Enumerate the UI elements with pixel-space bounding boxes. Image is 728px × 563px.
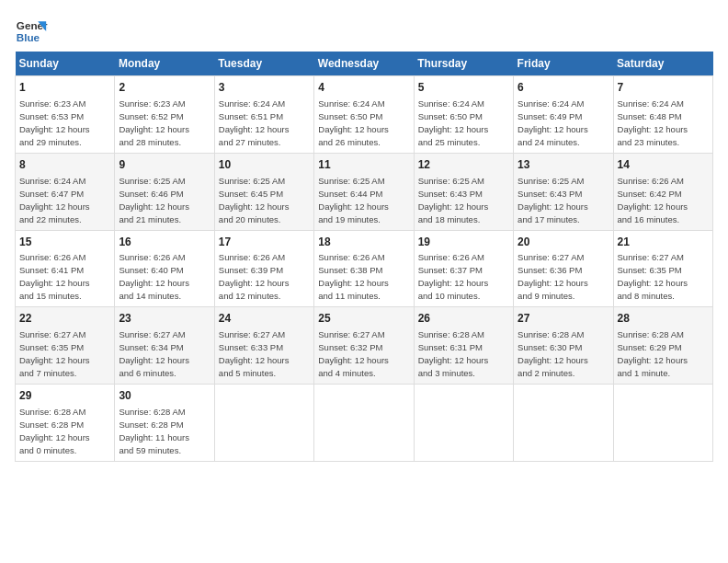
calendar-cell — [314, 385, 414, 462]
day-number: 22 — [19, 311, 110, 327]
calendar-cell: 26Sunrise: 6:28 AM Sunset: 6:31 PM Dayli… — [414, 307, 513, 385]
day-info: Sunrise: 6:28 AM Sunset: 6:28 PM Dayligh… — [19, 407, 90, 455]
day-info: Sunrise: 6:24 AM Sunset: 6:48 PM Dayligh… — [618, 98, 688, 147]
calendar-cell: 21Sunrise: 6:27 AM Sunset: 6:35 PM Dayli… — [613, 230, 712, 307]
day-number: 21 — [618, 235, 709, 250]
day-info: Sunrise: 6:26 AM Sunset: 6:37 PM Dayligh… — [418, 252, 489, 301]
calendar-cell: 8Sunrise: 6:24 AM Sunset: 6:47 PM Daylig… — [16, 153, 115, 230]
day-number: 12 — [418, 157, 509, 173]
calendar-cell: 16Sunrise: 6:26 AM Sunset: 6:40 PM Dayli… — [115, 230, 214, 307]
calendar-table: SundayMondayTuesdayWednesdayThursdayFrid… — [15, 52, 713, 462]
day-info: Sunrise: 6:28 AM Sunset: 6:28 PM Dayligh… — [119, 407, 189, 455]
calendar-cell — [514, 385, 613, 462]
calendar-cell: 14Sunrise: 6:26 AM Sunset: 6:42 PM Dayli… — [613, 153, 712, 230]
calendar-body: 1Sunrise: 6:23 AM Sunset: 6:53 PM Daylig… — [16, 76, 713, 462]
calendar-cell: 20Sunrise: 6:27 AM Sunset: 6:36 PM Dayli… — [514, 230, 613, 307]
day-info: Sunrise: 6:26 AM Sunset: 6:42 PM Dayligh… — [618, 176, 688, 224]
calendar-cell: 19Sunrise: 6:26 AM Sunset: 6:37 PM Dayli… — [414, 230, 513, 307]
calendar-cell: 17Sunrise: 6:26 AM Sunset: 6:39 PM Dayli… — [214, 230, 313, 307]
day-info: Sunrise: 6:25 AM Sunset: 6:45 PM Dayligh… — [219, 176, 290, 224]
calendar-cell — [414, 385, 513, 462]
day-number: 17 — [219, 235, 310, 250]
day-number: 23 — [119, 311, 210, 327]
day-info: Sunrise: 6:28 AM Sunset: 6:30 PM Dayligh… — [518, 329, 588, 378]
calendar-cell: 30Sunrise: 6:28 AM Sunset: 6:28 PM Dayli… — [115, 385, 214, 462]
calendar-cell: 15Sunrise: 6:26 AM Sunset: 6:41 PM Dayli… — [16, 230, 115, 307]
day-number: 3 — [219, 80, 310, 96]
calendar-cell: 18Sunrise: 6:26 AM Sunset: 6:38 PM Dayli… — [314, 230, 414, 307]
weekday-header: Monday — [115, 52, 214, 76]
day-number: 1 — [19, 80, 110, 96]
calendar-cell: 11Sunrise: 6:25 AM Sunset: 6:44 PM Dayli… — [314, 153, 414, 230]
calendar-cell: 22Sunrise: 6:27 AM Sunset: 6:35 PM Dayli… — [16, 307, 115, 385]
day-number: 4 — [318, 80, 409, 96]
day-number: 19 — [418, 235, 509, 250]
day-number: 6 — [518, 80, 609, 96]
weekday-header: Saturday — [613, 52, 712, 76]
weekday-header: Tuesday — [214, 52, 313, 76]
day-number: 24 — [219, 311, 310, 327]
day-number: 8 — [19, 157, 110, 173]
calendar-cell: 1Sunrise: 6:23 AM Sunset: 6:53 PM Daylig… — [16, 76, 115, 154]
day-number: 2 — [119, 80, 210, 96]
day-number: 18 — [318, 235, 409, 250]
day-number: 16 — [119, 235, 210, 250]
day-info: Sunrise: 6:27 AM Sunset: 6:36 PM Dayligh… — [518, 252, 588, 301]
calendar-cell: 6Sunrise: 6:24 AM Sunset: 6:49 PM Daylig… — [514, 76, 613, 154]
day-info: Sunrise: 6:27 AM Sunset: 6:35 PM Dayligh… — [19, 329, 90, 378]
day-number: 14 — [618, 157, 709, 173]
day-number: 9 — [119, 157, 210, 173]
day-info: Sunrise: 6:27 AM Sunset: 6:34 PM Dayligh… — [119, 329, 189, 378]
day-info: Sunrise: 6:27 AM Sunset: 6:32 PM Dayligh… — [318, 329, 389, 378]
logo: General Blue — [15, 15, 48, 48]
day-info: Sunrise: 6:27 AM Sunset: 6:33 PM Dayligh… — [219, 329, 290, 378]
calendar-cell: 3Sunrise: 6:24 AM Sunset: 6:51 PM Daylig… — [214, 76, 313, 154]
calendar-cell: 27Sunrise: 6:28 AM Sunset: 6:30 PM Dayli… — [514, 307, 613, 385]
calendar-cell: 5Sunrise: 6:24 AM Sunset: 6:50 PM Daylig… — [414, 76, 513, 154]
day-number: 20 — [518, 235, 609, 250]
svg-text:Blue: Blue — [17, 31, 40, 43]
calendar-cell: 9Sunrise: 6:25 AM Sunset: 6:46 PM Daylig… — [115, 153, 214, 230]
calendar-cell — [214, 385, 313, 462]
calendar-cell: 2Sunrise: 6:23 AM Sunset: 6:52 PM Daylig… — [115, 76, 214, 154]
day-number: 30 — [119, 388, 210, 404]
day-info: Sunrise: 6:26 AM Sunset: 6:39 PM Dayligh… — [219, 252, 290, 301]
day-info: Sunrise: 6:26 AM Sunset: 6:40 PM Dayligh… — [119, 252, 189, 301]
day-number: 25 — [318, 311, 409, 327]
day-number: 27 — [518, 311, 609, 327]
logo-icon: General Blue — [15, 15, 48, 48]
weekday-header: Sunday — [16, 52, 115, 76]
day-number: 15 — [19, 235, 110, 250]
day-info: Sunrise: 6:26 AM Sunset: 6:38 PM Dayligh… — [318, 252, 389, 301]
day-number: 26 — [418, 311, 509, 327]
weekday-header: Wednesday — [314, 52, 414, 76]
day-info: Sunrise: 6:25 AM Sunset: 6:46 PM Dayligh… — [119, 176, 189, 224]
weekday-header: Friday — [514, 52, 613, 76]
day-info: Sunrise: 6:23 AM Sunset: 6:52 PM Dayligh… — [119, 98, 189, 147]
calendar-cell: 25Sunrise: 6:27 AM Sunset: 6:32 PM Dayli… — [314, 307, 414, 385]
day-info: Sunrise: 6:24 AM Sunset: 6:51 PM Dayligh… — [219, 98, 290, 147]
day-number: 10 — [219, 157, 310, 173]
day-info: Sunrise: 6:24 AM Sunset: 6:50 PM Dayligh… — [318, 98, 389, 147]
day-number: 7 — [618, 80, 709, 96]
day-info: Sunrise: 6:24 AM Sunset: 6:47 PM Dayligh… — [19, 176, 90, 224]
day-number: 13 — [518, 157, 609, 173]
day-info: Sunrise: 6:26 AM Sunset: 6:41 PM Dayligh… — [19, 252, 90, 301]
calendar-cell — [613, 385, 712, 462]
calendar-cell: 13Sunrise: 6:25 AM Sunset: 6:43 PM Dayli… — [514, 153, 613, 230]
day-info: Sunrise: 6:24 AM Sunset: 6:49 PM Dayligh… — [518, 98, 588, 147]
day-number: 29 — [19, 388, 110, 404]
day-info: Sunrise: 6:24 AM Sunset: 6:50 PM Dayligh… — [418, 98, 489, 147]
day-info: Sunrise: 6:27 AM Sunset: 6:35 PM Dayligh… — [618, 252, 688, 301]
day-info: Sunrise: 6:28 AM Sunset: 6:29 PM Dayligh… — [618, 329, 688, 378]
day-info: Sunrise: 6:25 AM Sunset: 6:43 PM Dayligh… — [518, 176, 588, 224]
header: General Blue — [15, 15, 713, 48]
day-info: Sunrise: 6:23 AM Sunset: 6:53 PM Dayligh… — [19, 98, 90, 147]
calendar-cell: 24Sunrise: 6:27 AM Sunset: 6:33 PM Dayli… — [214, 307, 313, 385]
calendar-cell: 4Sunrise: 6:24 AM Sunset: 6:50 PM Daylig… — [314, 76, 414, 154]
calendar-cell: 7Sunrise: 6:24 AM Sunset: 6:48 PM Daylig… — [613, 76, 712, 154]
day-number: 28 — [618, 311, 709, 327]
calendar-cell: 12Sunrise: 6:25 AM Sunset: 6:43 PM Dayli… — [414, 153, 513, 230]
calendar-header: SundayMondayTuesdayWednesdayThursdayFrid… — [16, 52, 713, 76]
weekday-header: Thursday — [414, 52, 513, 76]
